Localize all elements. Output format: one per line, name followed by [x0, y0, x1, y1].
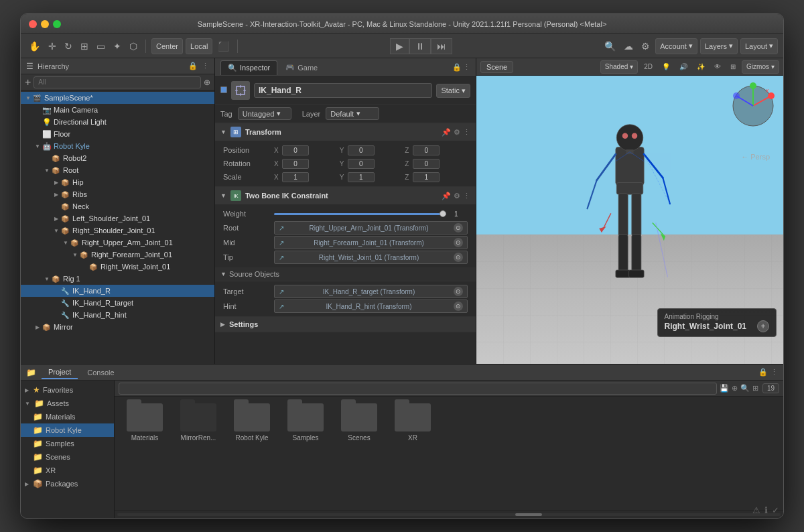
lock-icon[interactable]: 🔒: [452, 63, 462, 72]
tab-game[interactable]: 🎮 Game: [279, 60, 324, 74]
hand-tool[interactable]: ✋: [26, 38, 43, 54]
tab-console[interactable]: Console: [80, 367, 121, 379]
minimize-button[interactable]: [41, 20, 49, 28]
tree-item-hip[interactable]: ▶ 📦 Hip: [21, 176, 214, 188]
tree-item-floor[interactable]: ⬜ Floor: [21, 128, 214, 140]
transform-tool[interactable]: ✦: [111, 38, 124, 54]
sidebar-samples[interactable]: 📁 Samples: [21, 437, 114, 450]
tab-inspector[interactable]: 🔍 Inspector: [220, 60, 277, 75]
hierarchy-search[interactable]: [34, 76, 201, 88]
tree-item-neck[interactable]: 📦 Neck: [21, 200, 214, 212]
local-button[interactable]: Local: [186, 38, 212, 54]
sidebar-favorites[interactable]: ▶ ★ Favorites: [21, 383, 114, 397]
weight-slider[interactable]: [274, 213, 446, 215]
layers-dropdown[interactable]: Layers ▾: [700, 38, 738, 54]
rect-tool[interactable]: ▭: [94, 38, 108, 54]
twobone-menu[interactable]: ⋮: [463, 192, 470, 200]
play-button[interactable]: ▶: [390, 38, 409, 54]
folder-scenes[interactable]: Scenes: [336, 403, 383, 442]
tag-dropdown[interactable]: Untagged ▾: [238, 107, 291, 120]
rotate-tool[interactable]: ↻: [62, 38, 75, 54]
tree-item-maincamera[interactable]: 📷 Main Camera: [21, 104, 214, 116]
object-name-input[interactable]: [254, 83, 432, 98]
folder-mirrorren[interactable]: MirrorRen...: [175, 403, 222, 442]
twobone-header[interactable]: ▼ IK Two Bone IK Constraint 📌 ⚙ ⋮: [215, 187, 476, 204]
transform-settings[interactable]: ⚙: [454, 128, 460, 137]
shaded-dropdown[interactable]: Shaded ▾: [600, 60, 638, 74]
twobone-settings[interactable]: ⚙: [454, 192, 460, 200]
tree-item-mirror[interactable]: ▶ 📦 Mirror: [21, 321, 214, 333]
layer-dropdown[interactable]: Default ▾: [326, 107, 379, 120]
pos-y-input[interactable]: [348, 145, 375, 155]
save-btn[interactable]: 💾: [720, 384, 729, 393]
tree-item-rig1[interactable]: ▼ 📦 Rig 1: [21, 273, 214, 285]
rot-x-input[interactable]: [282, 159, 309, 169]
scrollbar-thumb[interactable]: [515, 513, 542, 516]
tree-item-robot2[interactable]: 📦 Robot2: [21, 152, 214, 164]
more-icon[interactable]: ⋮: [463, 63, 470, 72]
transform-header[interactable]: ▼ ⊞ Transform 📌 ⚙ ⋮: [215, 123, 476, 141]
add-button[interactable]: +: [25, 76, 31, 88]
sort-btn[interactable]: ⊞: [752, 384, 758, 393]
custom-tool[interactable]: ⬡: [127, 38, 140, 54]
hierarchy-lock[interactable]: 🔒: [188, 62, 198, 70]
account-dropdown[interactable]: Account ▾: [655, 38, 697, 54]
tree-item-samplescene[interactable]: ▼ 🎬 SampleScene*: [21, 92, 214, 104]
settings-button[interactable]: ⚙: [639, 38, 653, 54]
scale-x-input[interactable]: [282, 172, 309, 182]
pos-x-input[interactable]: [282, 145, 309, 155]
tree-item-root[interactable]: ▼ 📦 Root: [21, 164, 214, 176]
settings-header[interactable]: ▶ Settings: [215, 316, 476, 332]
scale-y-input[interactable]: [348, 172, 375, 182]
active-checkbox[interactable]: [220, 86, 227, 94]
tree-item-lshoulder[interactable]: ▶ 📦 Left_Shoulder_Joint_01: [21, 212, 214, 224]
bottom-lock[interactable]: 🔒: [758, 368, 768, 377]
create-btn[interactable]: ⊕: [732, 384, 738, 393]
tree-item-robotkyle[interactable]: ▼ 🤖 Robot Kyle: [21, 140, 214, 152]
grid-toggle[interactable]: ⊞: [727, 62, 739, 72]
close-button[interactable]: [29, 20, 37, 28]
2d-button[interactable]: 2D: [641, 62, 656, 72]
light-toggle[interactable]: 💡: [659, 62, 673, 72]
mid-pick-btn[interactable]: ⊙: [454, 238, 463, 247]
tree-item-ikhandr[interactable]: 🔧 IK_Hand_R: [21, 285, 214, 297]
tip-pick-btn[interactable]: ⊙: [454, 253, 463, 262]
sidebar-xr[interactable]: 📁 XR: [21, 464, 114, 477]
audio-toggle[interactable]: 🔊: [676, 62, 691, 72]
sidebar-packages[interactable]: ▶ 📦 Packages: [21, 477, 114, 490]
center-button[interactable]: Center: [151, 38, 183, 54]
tree-item-rshoulder[interactable]: ▼ 📦 Right_Shoulder_Joint_01: [21, 224, 214, 237]
tree-item-ribs[interactable]: ▶ 📦 Ribs: [21, 188, 214, 200]
rot-z-input[interactable]: [413, 159, 440, 169]
project-search[interactable]: [119, 383, 717, 395]
pos-z-input[interactable]: [413, 145, 440, 155]
hint-pick-btn[interactable]: ⊙: [454, 302, 463, 311]
scale-z-input[interactable]: [413, 172, 440, 182]
rot-y-input[interactable]: [348, 159, 375, 169]
sidebar-assets[interactable]: ▼ 📁 Assets: [21, 397, 114, 410]
tree-item-dirlight[interactable]: 💡 Directional Light: [21, 116, 214, 128]
snap-tool[interactable]: ⬛: [215, 38, 232, 54]
static-button[interactable]: Static ▾: [436, 84, 470, 98]
folder-samples[interactable]: Samples: [282, 403, 329, 442]
scene-tab[interactable]: Scene: [480, 61, 513, 73]
hidden-toggle[interactable]: 👁: [711, 62, 724, 72]
search-button[interactable]: 🔍: [602, 38, 618, 54]
pause-button[interactable]: ⏸: [409, 38, 431, 54]
transform-menu[interactable]: ⋮: [463, 128, 470, 137]
target-pick-btn[interactable]: ⊙: [454, 287, 463, 296]
maximize-button[interactable]: [53, 20, 61, 28]
transform-pin[interactable]: 📌: [442, 128, 451, 137]
annotation-add-btn[interactable]: +: [757, 320, 769, 332]
tree-item-ikhandrhint[interactable]: 🔧 IK_Hand_R_hint: [21, 309, 214, 321]
gizmos-dropdown[interactable]: Gizmos ▾: [742, 60, 779, 74]
sidebar-materials[interactable]: 📁 Materials: [21, 410, 114, 423]
sidebar-robotkyle[interactable]: 📁 Robot Kyle: [21, 423, 114, 437]
folder-robotkyle[interactable]: Robot Kyle: [228, 403, 275, 442]
bottom-menu[interactable]: ⋮: [770, 368, 778, 377]
folder-materials[interactable]: Materials: [121, 403, 168, 442]
step-button[interactable]: ⏭: [431, 38, 452, 54]
fx-toggle[interactable]: ✨: [693, 62, 708, 72]
tab-project[interactable]: Project: [42, 366, 78, 379]
tree-item-rupper[interactable]: ▼ 📦 Right_Upper_Arm_Joint_01: [21, 237, 214, 249]
